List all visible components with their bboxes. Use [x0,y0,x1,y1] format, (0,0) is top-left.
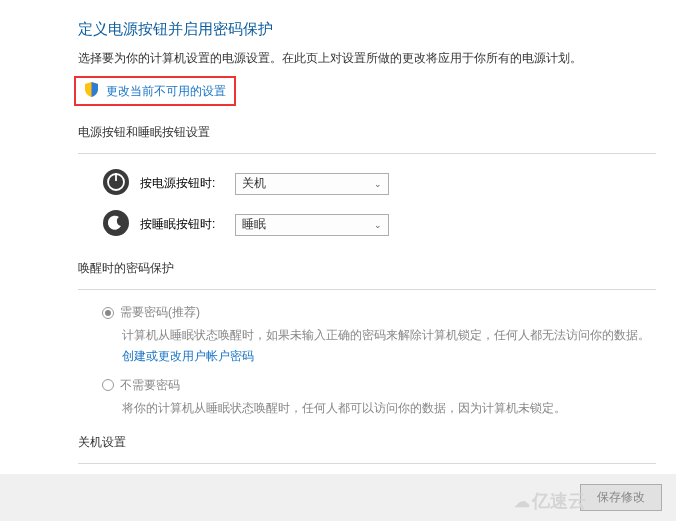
change-settings-link[interactable]: 更改当前不可用的设置 [106,83,226,100]
svg-point-0 [103,169,129,195]
create-password-link[interactable]: 创建或更改用户帐户密码 [122,346,254,366]
require-password-desc: 计算机从睡眠状态唤醒时，如果未输入正确的密码来解除计算机锁定，任何人都无法访问你… [122,325,656,366]
chevron-down-icon: ⌄ [374,179,382,189]
chevron-down-icon: ⌄ [374,220,382,230]
shield-icon [84,82,99,100]
section-buttons-label: 电源按钮和睡眠按钮设置 [78,124,656,141]
divider [78,153,656,154]
no-password-desc: 将你的计算机从睡眠状态唤醒时，任何人都可以访问你的数据，因为计算机未锁定。 [122,398,656,418]
sleep-button-label: 按睡眠按钮时: [140,216,235,233]
sleep-button-dropdown[interactable]: 睡眠 ⌄ [235,214,389,236]
power-button-dropdown[interactable]: 关机 ⌄ [235,173,389,195]
radio-icon [102,307,114,319]
radio-require-password-label: 需要密码(推荐) [120,304,200,321]
page-description: 选择要为你的计算机设置的电源设置。在此页上对设置所做的更改将应用于你所有的电源计… [78,49,656,68]
radio-require-password: 需要密码(推荐) [102,304,656,321]
radio-no-password-label: 不需要密码 [120,377,180,394]
power-button-value: 关机 [242,175,266,192]
divider [78,289,656,290]
cloud-icon: ☁ [514,492,530,511]
section-password-label: 唤醒时的密码保护 [78,260,656,277]
watermark: ☁ 亿速云 [514,489,586,513]
divider [78,463,656,464]
save-button: 保存修改 [580,484,662,511]
radio-icon [102,379,114,391]
power-icon [102,168,130,199]
sleep-icon [102,209,130,240]
section-shutdown-label: 关机设置 [78,434,656,451]
radio-no-password: 不需要密码 [102,377,656,394]
page-title: 定义电源按钮并启用密码保护 [78,20,656,39]
highlight-box: 更改当前不可用的设置 [74,76,236,106]
power-button-label: 按电源按钮时: [140,175,235,192]
sleep-button-value: 睡眠 [242,216,266,233]
